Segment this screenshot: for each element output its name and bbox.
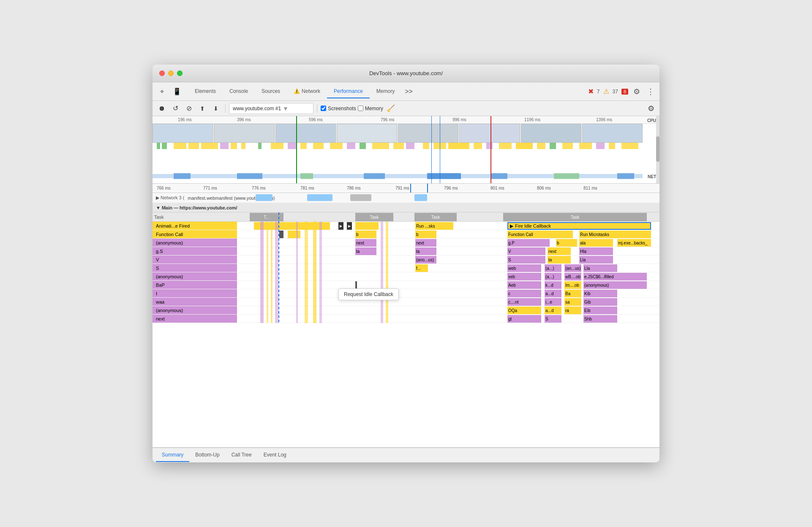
url-bar[interactable]: www.youtube.com #1 ▼ (229, 103, 313, 114)
memory-checkbox-label[interactable]: Memory (358, 106, 383, 111)
tab-console[interactable]: Console (223, 85, 255, 98)
record-button[interactable]: ⏺ (156, 103, 168, 114)
ruler-mark-1196: 1196 ms (524, 117, 540, 122)
cpu-label: CPU (647, 118, 656, 123)
run-sks-block: Run ...sks (415, 222, 453, 230)
run-microtasks-block: Run Microtasks (579, 231, 651, 238)
toolbar-settings-icon[interactable]: ⚙ (646, 102, 656, 115)
tooltip: Request Idle Callback (338, 288, 399, 300)
arrow-1: ▶ (338, 222, 343, 230)
window-title: DevTools - www.youtube.com/ (369, 70, 443, 76)
tab-sources[interactable]: Sources (255, 85, 287, 98)
lla-block: Lla (579, 256, 613, 264)
gp-block: g.P (507, 239, 550, 247)
tab-badges: ✖ 7 ⚠ 37 8 ⚙ ⋮ (588, 85, 656, 98)
ba-block: Ba (564, 290, 581, 297)
ruler2-776: 776 ms (252, 186, 266, 190)
ruler2-806: 806 ms (537, 186, 551, 190)
scrollbar-thumb[interactable] (656, 136, 659, 162)
timeline-overview[interactable]: 196 ms 396 ms 596 ms 796 ms 996 ms 1196 … (153, 116, 659, 184)
eib-block: Eib (583, 307, 617, 314)
tab-more-button[interactable]: >> (401, 86, 416, 97)
fire-idle-arrow: ▶ (510, 223, 513, 229)
ala-block: ala (579, 239, 613, 247)
upload-button[interactable]: ⬆ (196, 103, 208, 114)
anim-block-2 (355, 222, 379, 230)
net-chart (153, 172, 643, 180)
log-icon: 8 (621, 89, 628, 95)
b-block-1: b (355, 231, 376, 238)
net-bar-2 (307, 194, 332, 201)
minimize-button[interactable] (168, 71, 174, 76)
fc-arrow (279, 231, 283, 238)
tab-bar: ⌖ 📱 Elements Console Sources ⚠️ Network … (153, 82, 659, 101)
ruler-mark-996: 996 ms (452, 117, 466, 122)
svg-rect-41 (554, 173, 579, 179)
toolbar-separator-2 (317, 104, 317, 113)
tab-performance[interactable]: Performance (327, 85, 370, 98)
selection-right (427, 184, 428, 193)
ta-block-2: ta (415, 247, 436, 255)
tab-bottom-up[interactable]: Bottom-Up (189, 448, 225, 462)
ie-block: i...e (545, 298, 561, 306)
ruler-mark-596: 596 ms (309, 117, 323, 122)
flame-label-anon-1: (anonymous) (153, 239, 237, 247)
screenshot-5 (398, 124, 458, 143)
tab-summary[interactable]: Summary (156, 448, 189, 462)
close-button[interactable] (159, 71, 165, 76)
ruler2-781: 781 ms (300, 186, 314, 190)
ruler-mark-796: 796 ms (381, 117, 395, 122)
flame-row-function-call: Function Call b b Function Call Run Micr… (153, 230, 659, 239)
ruler2-786: 786 ms (347, 186, 361, 190)
flame-chart-area[interactable]: ▶ Network 3 ( manifest.webmanifest (www.… (153, 193, 659, 447)
flame-row-s: S f... web (a...) (an...us) Lla (153, 264, 659, 272)
reload-button[interactable]: ↺ (169, 103, 181, 114)
brush-button[interactable]: 🧹 (385, 103, 397, 114)
web-block: web (507, 264, 541, 272)
more-options-icon[interactable]: ⋮ (645, 85, 656, 98)
clear-button[interactable]: ⊘ (183, 103, 195, 114)
ruler2-796: 796 ms (444, 186, 458, 190)
selection-left (410, 184, 411, 193)
tab-elements[interactable]: Elements (188, 85, 223, 98)
cnt-block: c....nt (507, 298, 541, 306)
memory-checkbox[interactable] (358, 106, 363, 111)
flame-label-anon-2: (anonymous) (153, 272, 237, 280)
s-block-r: S (545, 315, 561, 323)
ruler2-811: 811 ms (583, 186, 597, 190)
device-icon[interactable]: 📱 (171, 86, 183, 98)
fc-block-1 (288, 231, 300, 238)
flame-row-animatie: Animati...e Fired ▶ ▶ Run ...sks ▶Fire I… (153, 222, 659, 230)
settings-icon[interactable]: ⚙ (632, 85, 642, 98)
network-warning-icon: ⚠️ (294, 88, 300, 94)
net-bars-svg (153, 172, 643, 180)
cursor-icon[interactable]: ⌖ (156, 86, 168, 98)
tab-memory[interactable]: Memory (370, 85, 401, 98)
flame-row-anon-3: (anonymous) OQa a...d ra Eib (153, 306, 659, 315)
screenshots-strip (153, 124, 643, 143)
flame-row-gs: g.S ta ta V next Hla (153, 247, 659, 255)
download-button[interactable]: ⬇ (210, 103, 222, 114)
ad-block: a...d (545, 290, 561, 297)
svg-rect-36 (237, 173, 262, 179)
cursor-line-blue-2 (440, 116, 440, 183)
flame-label-next: next (153, 315, 237, 323)
url-dropdown-arrow[interactable]: ▼ (283, 105, 289, 112)
cursor-line-red (490, 116, 491, 183)
timeline-scrollbar[interactable] (656, 116, 659, 183)
fullscreen-button[interactable] (177, 71, 183, 76)
next-block-1: next (355, 239, 376, 247)
screenshot-2 (214, 124, 274, 143)
svg-rect-35 (174, 173, 191, 179)
lm-block: lm....ob (564, 281, 581, 289)
tab-network[interactable]: ⚠️ Network (287, 85, 327, 98)
tab-call-tree[interactable]: Call Tree (226, 448, 258, 462)
wb-block: wB....ob (564, 273, 581, 280)
task-block-1: Task (355, 213, 393, 221)
screenshots-checkbox[interactable] (321, 106, 326, 111)
screenshots-checkbox-label[interactable]: Screenshots (321, 106, 356, 111)
tab-event-log[interactable]: Event Log (258, 448, 292, 462)
screenshot-7 (521, 124, 581, 143)
ejsc-block: e.JSC$6...lfilled (583, 273, 647, 280)
c-block: c (507, 290, 541, 297)
